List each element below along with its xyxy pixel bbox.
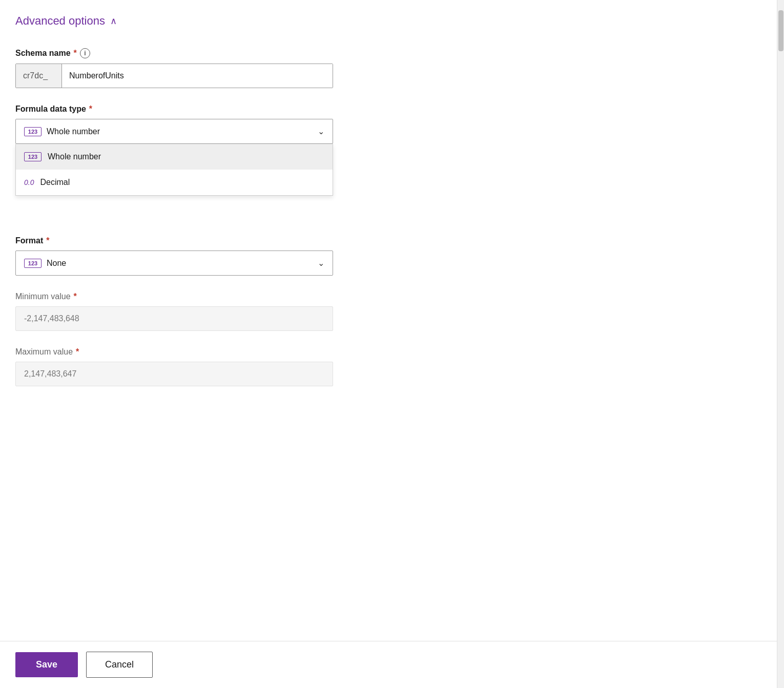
schema-name-required: * <box>74 49 77 58</box>
maximum-value-input[interactable] <box>15 362 333 386</box>
maximum-value-label: Maximum value * <box>15 347 764 357</box>
format-button[interactable]: 123 None ⌄ <box>15 251 333 276</box>
formula-data-type-option-whole[interactable]: 123 Whole number <box>16 144 333 170</box>
formula-data-type-menu: 123 Whole number 0.0 Decimal <box>15 144 333 196</box>
format-icon: 123 <box>24 259 42 268</box>
minimum-value-label: Minimum value * <box>15 292 764 301</box>
schema-name-info-icon[interactable]: i <box>80 48 90 58</box>
cancel-button[interactable]: Cancel <box>86 652 153 678</box>
format-label: Format * <box>15 236 764 245</box>
format-selected: None <box>47 259 66 268</box>
formula-data-type-dropdown: 123 Whole number ⌄ 123 Whole number 0.0 … <box>15 119 333 144</box>
maximum-value-required: * <box>76 347 79 357</box>
format-dropdown: 123 None ⌄ <box>15 251 333 276</box>
chevron-up-icon: ∧ <box>110 16 117 26</box>
formula-data-type-label: Formula data type * <box>15 105 764 114</box>
footer: Save Cancel <box>0 641 777 688</box>
schema-name-label: Schema name * i <box>15 48 764 58</box>
whole-number-label: Whole number <box>48 152 101 161</box>
schema-name-input-container: cr7dc_ <box>15 64 333 88</box>
schema-name-input[interactable] <box>62 64 333 88</box>
decimal-icon: 0.0 <box>24 178 34 186</box>
decimal-label: Decimal <box>40 178 70 187</box>
save-button[interactable]: Save <box>15 652 78 677</box>
minimum-value-section: Minimum value * <box>15 292 764 331</box>
formula-data-type-required: * <box>89 105 92 114</box>
scrollbar-track <box>777 0 784 688</box>
advanced-options-label: Advanced options <box>15 14 105 28</box>
formula-data-type-selected: Whole number <box>47 127 100 136</box>
maximum-value-section: Maximum value * <box>15 347 764 386</box>
schema-prefix: cr7dc_ <box>16 64 62 88</box>
format-chevron-icon: ⌄ <box>318 258 324 268</box>
formula-data-type-option-decimal[interactable]: 0.0 Decimal <box>16 170 333 195</box>
scrollbar-thumb[interactable] <box>778 10 783 51</box>
advanced-options-toggle[interactable]: Advanced options ∧ <box>15 14 764 28</box>
format-section: Format * 123 None ⌄ <box>15 236 764 276</box>
formula-data-type-icon: 123 <box>24 127 42 136</box>
minimum-value-required: * <box>74 292 77 301</box>
schema-name-section: Schema name * i cr7dc_ <box>15 48 764 88</box>
formula-data-type-chevron-icon: ⌄ <box>318 127 324 136</box>
format-required: * <box>46 236 49 245</box>
formula-data-type-section: Formula data type * 123 Whole number ⌄ 1… <box>15 105 764 144</box>
whole-number-icon: 123 <box>24 152 42 161</box>
minimum-value-input[interactable] <box>15 306 333 331</box>
formula-data-type-button[interactable]: 123 Whole number ⌄ <box>15 119 333 144</box>
